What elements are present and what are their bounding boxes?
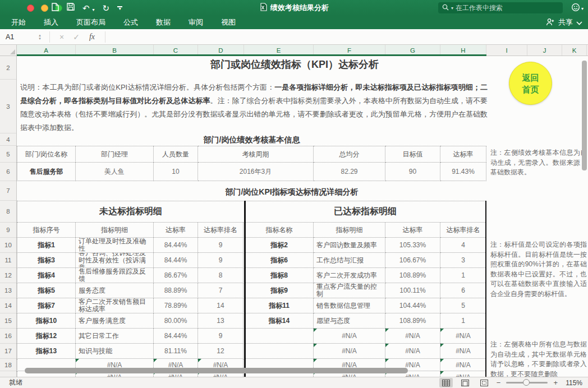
kpi-left-cell[interactable]: 服务态度 — [76, 283, 154, 298]
kpi-left-cell[interactable]: 81.11% — [154, 344, 198, 359]
kpi-right-cell[interactable]: 104.44% — [385, 298, 440, 313]
kpi-right-cell[interactable]: #N/A — [314, 329, 385, 344]
kpi-right-cell[interactable]: 1 — [440, 268, 486, 283]
kpi-right-cell[interactable]: 106.67% — [385, 253, 440, 268]
column-header-K[interactable]: K — [562, 45, 587, 56]
kpi-right-cell[interactable]: #N/A — [440, 371, 486, 377]
page-break-view-icon[interactable] — [477, 378, 491, 387]
ribbon-tab-0[interactable]: 开始 — [11, 17, 26, 27]
kpi-left-cell[interactable]: 9 — [198, 238, 244, 253]
kpi-left-cell[interactable]: 13 — [198, 313, 244, 329]
kpi-right-cell[interactable]: #N/A — [385, 344, 440, 359]
ribbon-tab-2[interactable]: 页面布局 — [76, 17, 105, 27]
row-header-9[interactable]: 9 — [0, 223, 16, 238]
undo-icon[interactable]: ↶ — [82, 4, 90, 12]
row-header-11[interactable]: 11 — [0, 253, 16, 268]
kpi-left-cell[interactable]: 知识与技能 — [76, 344, 154, 359]
kpi-right-cell[interactable]: 100.11% — [385, 283, 440, 298]
horizontal-scrollbar-thumb[interactable] — [25, 368, 408, 373]
zoom-out-icon[interactable]: − — [497, 378, 501, 387]
kpi-right-cell[interactable] — [245, 344, 314, 359]
row-header-12[interactable]: 12 — [0, 268, 16, 283]
confirm-icon[interactable]: ✓ — [69, 33, 84, 41]
kpi-left-header-cell[interactable]: 达标率排名 — [198, 223, 244, 238]
row-header-6[interactable]: 6 — [0, 163, 16, 181]
ribbon-tab-5[interactable]: 审阅 — [189, 17, 203, 27]
kpi-right-cell[interactable]: 指标14 — [245, 313, 314, 329]
basic-info-header-cell[interactable]: 部门经理 — [76, 146, 154, 163]
share-button[interactable]: 共享 — [546, 16, 582, 29]
basic-info-header-cell[interactable]: 人员数量 — [154, 146, 198, 163]
basic-info-value-cell[interactable]: 82.29 — [314, 163, 385, 181]
basic-info-value-cell[interactable]: 90 — [385, 163, 440, 181]
kpi-left-cell[interactable]: 客户服务满意度 — [76, 313, 154, 329]
row-header-17[interactable]: 17 — [0, 344, 16, 359]
row-header-13[interactable]: 13 — [0, 283, 16, 298]
undo-dropdown-icon[interactable]: ▾ — [93, 7, 95, 12]
back-to-home-button[interactable]: 返回 首页 — [509, 62, 552, 105]
kpi-right-header-cell[interactable]: 达标率 — [385, 223, 440, 238]
feedback-smiley-button[interactable]: ▾ — [571, 3, 584, 14]
basic-info-value-cell[interactable]: 10 — [154, 163, 198, 181]
zoom-slider[interactable] — [506, 382, 548, 384]
kpi-right-cell[interactable]: 4 — [440, 238, 486, 253]
row-header-16[interactable]: 16 — [0, 329, 16, 344]
kpi-right-cell[interactable]: 工作总结与汇报 — [314, 253, 385, 268]
kpi-right-cell[interactable]: #N/A — [314, 344, 385, 359]
kpi-right-cell[interactable]: #N/A — [385, 329, 440, 344]
kpi-left-cell[interactable]: 88.89% — [154, 283, 198, 298]
cancel-icon[interactable]: × — [54, 33, 69, 41]
kpi-right-cell[interactable]: 指标6 — [245, 253, 314, 268]
ribbon-tab-1[interactable]: 插入 — [44, 17, 58, 27]
column-header-J[interactable]: J — [527, 45, 562, 56]
name-box-stepper[interactable]: ▴▾ — [35, 34, 45, 40]
kpi-right-cell[interactable]: 1 — [440, 313, 486, 329]
kpi-left-cell[interactable]: 8 — [198, 268, 244, 283]
kpi-right-cell[interactable]: 105.33% — [385, 238, 440, 253]
kpi-left-cell[interactable]: 指标5 — [17, 283, 76, 298]
minimize-window-icon[interactable] — [41, 4, 48, 12]
basic-info-header-cell[interactable]: 考核周期 — [198, 146, 314, 163]
kpi-right-cell[interactable]: 销售数据信息管理 — [314, 298, 385, 313]
vertical-scrollbar-thumb[interactable] — [582, 61, 587, 170]
zoom-in-icon[interactable]: + — [553, 378, 558, 387]
kpi-right-header-cell[interactable]: 指标明细 — [314, 223, 385, 238]
insert-function-icon[interactable]: fx — [84, 33, 100, 41]
kpi-left-cell[interactable]: 指标7 — [17, 298, 76, 313]
row-header-4[interactable]: 4 — [0, 133, 16, 146]
kpi-left-cell[interactable]: 客户咨询、投诉处理及时性及有效性（投诉满意 — [76, 253, 154, 268]
kpi-left-cell[interactable]: 14 — [198, 298, 244, 313]
kpi-left-cell[interactable]: 7 — [198, 283, 244, 298]
zoom-slider-knob[interactable] — [523, 379, 530, 386]
basic-info-header-cell[interactable]: 部门/岗位名称 — [17, 146, 76, 163]
row-header-18[interactable]: 18 — [0, 359, 16, 371]
row-header-15[interactable]: 15 — [0, 313, 16, 329]
kpi-right-cell[interactable]: 6 — [440, 283, 486, 298]
basic-info-value-cell[interactable]: 91.43% — [440, 163, 486, 181]
kpi-right-cell[interactable]: 5 — [440, 298, 486, 313]
kpi-right-cell[interactable]: 指标11 — [245, 298, 314, 313]
ribbon-tab-6[interactable]: 视图 — [221, 17, 236, 27]
kpi-left-cell[interactable]: 80.00% — [154, 313, 198, 329]
kpi-left-cell[interactable]: 指标3 — [17, 253, 76, 268]
kpi-right-cell[interactable]: #N/A — [440, 344, 486, 359]
kpi-left-cell[interactable]: 指标12 — [17, 329, 76, 344]
kpi-right-cell[interactable]: 客户二次开发成功率 — [314, 268, 385, 283]
kpi-right-cell[interactable]: 指标2 — [245, 238, 314, 253]
kpi-right-cell[interactable]: 指标9 — [245, 283, 314, 298]
normal-view-icon[interactable] — [439, 378, 453, 387]
redo-icon[interactable]: ↻ — [103, 4, 110, 12]
ribbon-tab-4[interactable]: 数据 — [156, 17, 171, 27]
kpi-left-cell[interactable]: 84.44% — [154, 253, 198, 268]
kpi-right-cell[interactable]: #N/A — [440, 359, 486, 371]
close-window-icon[interactable] — [27, 4, 34, 12]
kpi-left-cell[interactable]: 86.67% — [154, 268, 198, 283]
kpi-left-cell[interactable]: 指标1 — [17, 238, 76, 253]
kpi-left-cell[interactable]: 指标4 — [17, 268, 76, 283]
kpi-left-cell[interactable]: 指标10 — [17, 313, 76, 329]
kpi-right-cell[interactable]: 108.89% — [385, 313, 440, 329]
row-header-8[interactable]: 8 — [0, 201, 16, 223]
kpi-right-header-cell[interactable]: 达标率排名 — [440, 223, 486, 238]
basic-info-header-cell[interactable]: 总均分 — [314, 146, 385, 163]
kpi-right-cell[interactable]: 108.89% — [385, 268, 440, 283]
